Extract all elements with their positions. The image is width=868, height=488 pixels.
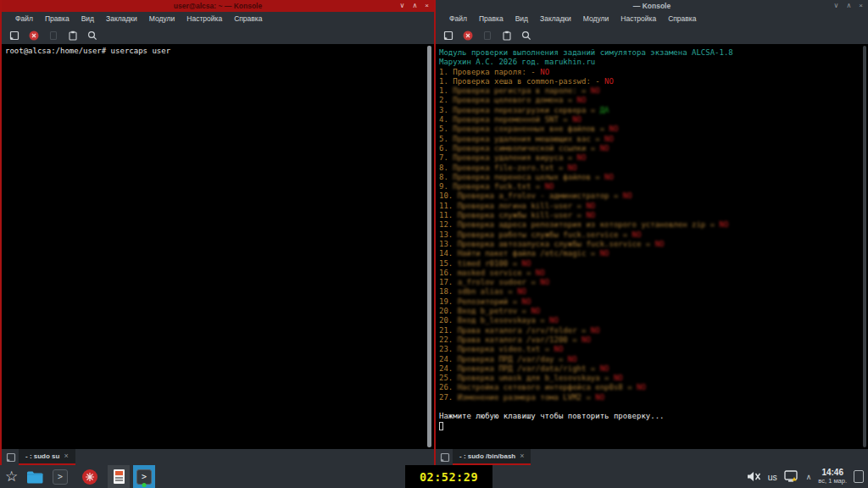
tray-expand-icon[interactable]: ∧ (806, 473, 812, 481)
new-tab-icon[interactable] (442, 30, 453, 41)
stop-session-icon[interactable] (462, 30, 473, 41)
new-tab-icon[interactable] (8, 30, 19, 41)
document-icon (114, 469, 125, 484)
minimize-icon[interactable]: ∨ (834, 0, 839, 12)
close-icon[interactable]: × (425, 0, 429, 12)
left-terminal-scrollbar[interactable] (427, 46, 431, 447)
search-icon[interactable] (86, 30, 97, 41)
minimize-icon[interactable]: ∨ (400, 0, 405, 12)
tab-close-icon[interactable]: × (520, 452, 524, 460)
terminal-line: 17. a_frolov sudoer = NO (439, 278, 868, 287)
show-desktop-button[interactable] (854, 470, 864, 483)
menu-item[interactable]: Вид (509, 12, 534, 26)
terminal-line: 11. Проверка логина kill-user = NO (439, 202, 868, 211)
menu-item[interactable]: Модули (143, 12, 181, 26)
terminal-line: Модуль проверки выполнения заданий симул… (439, 48, 868, 58)
volume-muted-icon[interactable] (747, 470, 761, 483)
desktop: user@alcsa: ~ — Konsole ∨ ∧ × ФайлПравка… (0, 0, 868, 488)
terminal-line: 10. Проверка a_frolov - администратор = … (439, 191, 868, 201)
maximize-icon[interactable]: ∧ (846, 0, 851, 12)
right-tabbar: - : sudo /bin/bash × (436, 449, 868, 465)
right-titlebar[interactable]: — Konsole ∨ ∧ × (436, 0, 868, 12)
menu-item[interactable]: Настройка (181, 12, 228, 26)
menu-item[interactable]: Закладки (534, 12, 577, 26)
menu-item[interactable]: Правка (39, 12, 75, 26)
left-menubar: ФайлПравкаВидЗакладкиМодулиНастройкаСпра… (2, 12, 434, 26)
terminal-line: 2. Проверка целевого домена = NO (439, 96, 868, 105)
running-indicator-dot (142, 483, 147, 487)
menu-item[interactable]: Справка (228, 12, 268, 26)
terminal-line: 12. Проверка адреса репозитория из котор… (439, 220, 868, 230)
konsole-launcher-icon[interactable]: > (49, 465, 71, 488)
terminal-line: Нажмите любую клавишу чтобы повторить пр… (439, 412, 868, 421)
clipboard-icon[interactable] (501, 30, 512, 41)
right-session-tab[interactable]: - : sudo /bin/bash × (453, 449, 531, 465)
terminal-line: 25. Проверка umask для b_lesovskaya = NO (439, 374, 868, 383)
terminal-line: 8. Проверка переноса целых файлов = NO (439, 173, 868, 182)
terminal-line: 15. timed r0100 = NO (439, 259, 868, 269)
exam-timer: 02:52:29 (405, 465, 492, 488)
tab-label: - : sudo su (25, 452, 59, 460)
terminal-line: 27. Изменение размера тома LVM2 = NO (439, 393, 868, 402)
konsole-window-left: user@alcsa: ~ — Konsole ∨ ∧ × ФайлПравка… (0, 0, 434, 465)
terminal-line: 11. Проверка службы kill-user = NO (439, 211, 868, 220)
terminal-line: 22. Права каталога /var/1200 = NO (439, 336, 868, 345)
terminal-line (439, 402, 868, 412)
display-tray-icon[interactable] (784, 470, 799, 483)
terminal-line: 13. Проверка работы службы fuck.service … (439, 230, 868, 240)
maximize-icon[interactable]: ∧ (412, 0, 417, 12)
right-menubar: ФайлПравкаВидЗакладкиМодулиНастройкаСпра… (436, 12, 868, 26)
clipboard-icon[interactable] (67, 30, 78, 41)
terminal-line: 13. Проверка автозапуска службы fuck.ser… (439, 240, 868, 249)
left-terminal[interactable]: root@alcsa:/home/user# usercaps user (2, 44, 434, 449)
task-konsole-active[interactable]: > (133, 465, 155, 488)
terminal-line: 24. Проверка ПРД /var/data/right = NO (439, 364, 868, 374)
left-terminal-command: root@alcsa:/home/user# usercaps user (5, 47, 170, 55)
file-manager-icon[interactable] (23, 465, 46, 488)
terminal-line: 5. Проверка удаления мешающих вас = NO (439, 135, 868, 144)
keyboard-layout-indicator[interactable]: us (768, 472, 777, 482)
menu-item[interactable]: Закладки (100, 12, 143, 26)
left-titlebar[interactable]: user@alcsa: ~ — Konsole ∨ ∧ × (2, 0, 434, 12)
menu-item[interactable]: Файл (9, 12, 39, 26)
app-launcher-star-icon[interactable]: ☆ (0, 465, 23, 488)
tab-close-icon[interactable]: × (64, 452, 68, 460)
stop-session-icon[interactable] (28, 30, 39, 41)
terminal-cursor (439, 422, 443, 430)
left-tabbar: - : sudo su × (2, 449, 434, 465)
right-terminal-lines: Модуль проверки выполнения заданий симул… (436, 44, 868, 431)
terminal-line: 26. Настройка сетевого интерфейса enp0s8… (439, 383, 868, 392)
tab-label: - : sudo /bin/bash (459, 452, 515, 460)
menu-item[interactable]: Модули (577, 12, 615, 26)
terminal-line: 14. Найти пакет файла /etc/magic = NO (439, 249, 868, 258)
taskbar: ☆ > > 02:52:29 (0, 465, 868, 488)
menu-item[interactable]: Правка (473, 12, 509, 26)
right-terminal-scrollbar[interactable] (863, 46, 866, 447)
konsole-window-right: — Konsole ∨ ∧ × ФайлПравкаВидЗакладкиМод… (434, 0, 868, 465)
menu-item[interactable]: Настройка (615, 12, 662, 26)
right-terminal[interactable]: Модуль проверки выполнения заданий симул… (436, 44, 868, 449)
terminal-line: 19. Репозиторий = NO (439, 297, 868, 307)
terminal-line: 8. Проверка file-zero.txt = NO (439, 164, 868, 173)
right-toolbar (436, 26, 868, 44)
menu-item[interactable]: Справка (662, 12, 702, 26)
menu-item[interactable]: Вид (75, 12, 100, 26)
terminal-line: 20. Вход b_petrov = NO (439, 307, 868, 316)
left-window-title: user@alcsa: ~ — Konsole (174, 2, 262, 10)
copy-icon-disabled (47, 30, 58, 41)
new-tab-icon[interactable] (437, 449, 453, 465)
terminal-line: 23. Проверка video.txt = NO (439, 345, 868, 354)
red-app-icon[interactable] (78, 465, 101, 488)
close-icon[interactable]: × (859, 0, 863, 12)
clock-date: вс, 1 мар. (818, 478, 847, 485)
new-tab-icon[interactable] (3, 449, 19, 465)
timer-value: 02:52:29 (420, 470, 478, 484)
right-window-title: — Konsole (633, 2, 670, 10)
left-session-tab[interactable]: - : sudo su × (19, 449, 75, 465)
task-document-app[interactable] (108, 465, 130, 488)
menu-item[interactable]: Файл (443, 12, 473, 26)
search-icon[interactable] (520, 30, 531, 41)
terminal-line: 6. Проверка символической ссылки = NO (439, 144, 868, 153)
clock-widget[interactable]: 14:46 вс, 1 мар. (818, 469, 847, 484)
terminal-line: 16. masked service = NO (439, 269, 868, 278)
